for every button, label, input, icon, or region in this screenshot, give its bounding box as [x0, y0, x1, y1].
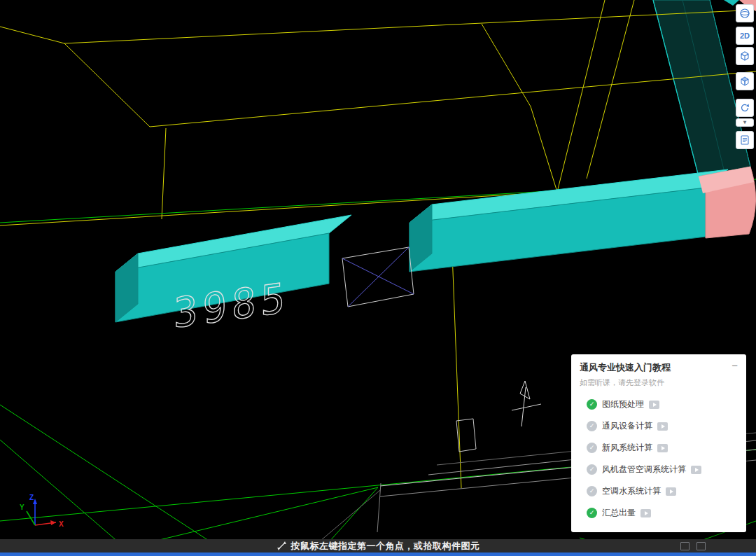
tutorial-item-label: 通风设备计算 — [602, 420, 652, 432]
video-play-icon[interactable] — [666, 487, 676, 496]
tutorial-item[interactable]: ✓ 风机盘管空调系统计算 — [571, 459, 746, 480]
damper-symbol[interactable] — [342, 247, 414, 307]
tutorial-item-label: 图纸预处理 — [602, 398, 644, 410]
tutorial-panel: 通风专业快速入门教程 − 如需听课，请先登录软件 ✓ 图纸预处理 ✓ 通风设备计… — [571, 354, 746, 532]
video-play-icon[interactable] — [657, 444, 668, 452]
tutorial-subtitle: 如需听课，请先登录软件 — [571, 374, 746, 394]
tutorial-item[interactable]: ✓ 汇总出量 — [571, 502, 746, 524]
taskbar-edge — [0, 552, 756, 556]
check-icon: ✓ — [587, 421, 597, 431]
video-play-icon[interactable] — [691, 466, 701, 474]
check-icon: ✓ — [587, 486, 597, 496]
status-message: 按鼠标左键指定第一个角点，或拾取构件图元 — [291, 540, 480, 552]
tutorial-item-label: 汇总出量 — [602, 507, 636, 519]
check-icon: ✓ — [587, 464, 597, 475]
2d-view-button[interactable]: 2D — [736, 27, 754, 45]
svg-text:X: X — [59, 520, 64, 528]
solid-view-button[interactable] — [736, 47, 754, 65]
duct-right[interactable] — [410, 169, 728, 272]
tutorial-item[interactable]: ✓ 新风系统计算 — [571, 437, 746, 459]
duct-elbow[interactable] — [699, 167, 756, 238]
report-button[interactable] — [736, 131, 754, 149]
status-bar: 按鼠标左键指定第一个角点，或拾取构件图元 — [0, 539, 756, 552]
video-play-icon[interactable] — [640, 509, 651, 517]
check-icon: ✓ — [587, 443, 597, 453]
ucs-axis-icon: X Z Y — [20, 494, 64, 528]
svg-text:Y: Y — [20, 503, 24, 511]
tutorial-item[interactable]: ✓ 图纸预处理 — [571, 394, 746, 415]
rotate-icon — [739, 102, 750, 113]
chevron-down-icon: ▾ — [743, 120, 746, 125]
pick-cursor-icon — [276, 541, 287, 551]
cube-icon — [739, 50, 750, 62]
expand-views-button[interactable]: ▾ — [736, 118, 754, 127]
check-icon: ✓ — [587, 508, 597, 518]
cad-application-window: 3985 X Z Y 2D — [0, 0, 756, 556]
check-icon: ✓ — [587, 399, 597, 410]
tutorial-item-label: 风机盘管空调系统计算 — [602, 464, 686, 475]
refresh-view-button[interactable] — [736, 99, 754, 117]
video-play-icon[interactable] — [649, 401, 659, 409]
tutorial-item-label: 新风系统计算 — [602, 442, 652, 454]
status-right-icons — [680, 542, 706, 550]
cube-stack-icon — [739, 76, 750, 87]
2d-label: 2D — [740, 32, 750, 40]
list-icon — [739, 134, 750, 146]
status-mini-icon[interactable] — [696, 542, 706, 550]
shaded-view-button[interactable] — [736, 72, 754, 90]
tutorial-item[interactable]: ✓ 空调水系统计算 — [571, 480, 746, 502]
video-play-icon[interactable] — [657, 422, 668, 431]
minimize-icon[interactable]: − — [732, 361, 738, 370]
svg-text:Z: Z — [29, 494, 34, 501]
tutorial-item-label: 空调水系统计算 — [602, 485, 661, 497]
tutorial-item[interactable]: ✓ 通风设备计算 — [571, 415, 746, 437]
cursor-arrow — [512, 381, 541, 426]
tutorial-title: 通风专业快速入门教程 — [580, 361, 671, 374]
sphere-icon — [739, 8, 750, 19]
status-mini-icon[interactable] — [680, 542, 690, 550]
orbit-view-button[interactable] — [736, 4, 754, 22]
view-toolbar: 2D ▾ — [735, 4, 755, 149]
